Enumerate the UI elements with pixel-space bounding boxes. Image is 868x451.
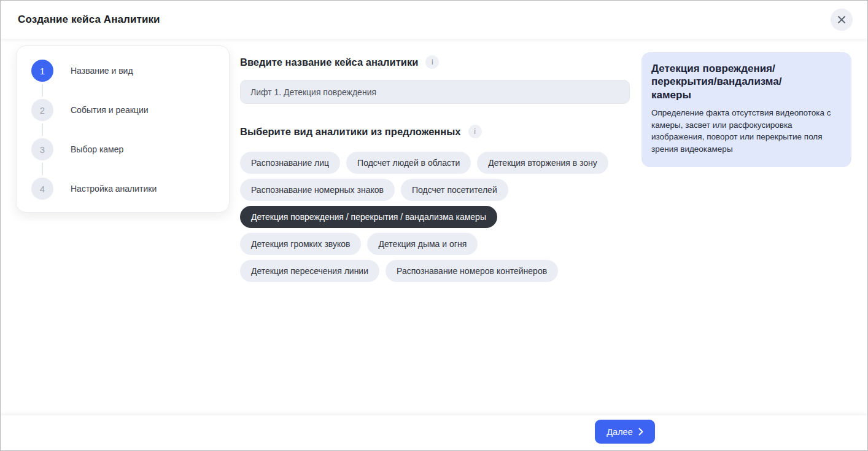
step-number-badge: 4 bbox=[31, 178, 53, 200]
stepper-step[interactable]: 4 Настройка аналитики bbox=[31, 178, 214, 200]
info-panel-description: Определение факта отсутствия видеопотока… bbox=[651, 107, 840, 155]
case-name-heading-row: Введите название кейса аналитики i bbox=[240, 55, 439, 69]
next-button-label: Далее bbox=[606, 427, 632, 437]
analytics-type-chip[interactable]: Детекция громких звуков bbox=[240, 233, 361, 255]
step-number-badge: 3 bbox=[31, 138, 53, 160]
analytics-type-chip[interactable]: Распознавание лиц bbox=[240, 152, 340, 174]
close-button[interactable] bbox=[831, 9, 853, 31]
case-name-heading: Введите название кейса аналитики bbox=[240, 57, 418, 68]
chip-row: Детекция пересечения линииРаспознавание … bbox=[240, 260, 638, 282]
modal-header: Создание кейса Аналитики bbox=[1, 1, 867, 39]
stepper-step[interactable]: 2 События и реакции bbox=[31, 99, 214, 121]
analytics-type-heading: Выберите вид аналитики из предложенных bbox=[240, 126, 461, 138]
info-icon[interactable]: i bbox=[425, 55, 439, 69]
modal-footer: Далее bbox=[1, 415, 867, 450]
chip-row: Распознавание номерных знаковПодсчет пос… bbox=[240, 179, 638, 201]
step-label: Выбор камер bbox=[71, 144, 123, 154]
chip-row: Детекция повреждения / перекрытия / ванд… bbox=[240, 206, 638, 228]
step-label: События и реакции bbox=[71, 105, 149, 115]
analytics-type-chip[interactable]: Подсчет людей в области bbox=[346, 152, 471, 174]
analytics-type-chip-list: Распознавание лицПодсчет людей в области… bbox=[240, 152, 638, 282]
selected-analytics-info-panel: Детекция повреждения/ перекрытия/вандали… bbox=[641, 52, 851, 167]
close-icon bbox=[837, 15, 846, 24]
next-button[interactable]: Далее bbox=[595, 420, 655, 444]
chip-row: Детекция громких звуковДетекция дыма и о… bbox=[240, 233, 638, 255]
analytics-type-heading-row: Выберите вид аналитики из предложенных i bbox=[240, 125, 482, 138]
analytics-type-chip[interactable]: Детекция вторжения в зону bbox=[477, 152, 608, 174]
create-analytics-case-modal: Создание кейса Аналитики 1 Название и ви… bbox=[0, 0, 868, 451]
step-label: Настройка аналитики bbox=[71, 184, 157, 194]
analytics-type-chip[interactable]: Детекция дыма и огня bbox=[367, 233, 478, 255]
info-panel-title: Детекция повреждения/ перекрытия/вандали… bbox=[651, 62, 840, 101]
step-number-badge: 2 bbox=[31, 99, 53, 121]
chevron-right-icon bbox=[638, 428, 643, 436]
analytics-type-chip[interactable]: Распознавание номеров контейнеров bbox=[386, 260, 558, 282]
analytics-type-chip[interactable]: Подсчет посетителей bbox=[401, 179, 508, 201]
stepper-step[interactable]: 3 Выбор камер bbox=[31, 138, 214, 160]
case-name-input[interactable] bbox=[240, 80, 630, 104]
modal-title: Создание кейса Аналитики bbox=[18, 14, 160, 26]
stepper: 1 Название и вид 2 События и реакции 3 В… bbox=[16, 45, 230, 213]
analytics-type-chip[interactable]: Распознавание номерных знаков bbox=[240, 179, 395, 201]
stepper-step[interactable]: 1 Название и вид bbox=[31, 60, 214, 82]
chip-row: Распознавание лицПодсчет людей в области… bbox=[240, 152, 638, 174]
step-number-badge: 1 bbox=[31, 60, 53, 82]
info-icon[interactable]: i bbox=[468, 125, 482, 138]
analytics-type-chip[interactable]: Детекция пересечения линии bbox=[240, 260, 379, 282]
step-label: Название и вид bbox=[71, 66, 133, 76]
analytics-type-chip[interactable]: Детекция повреждения / перекрытия / ванд… bbox=[240, 206, 497, 228]
